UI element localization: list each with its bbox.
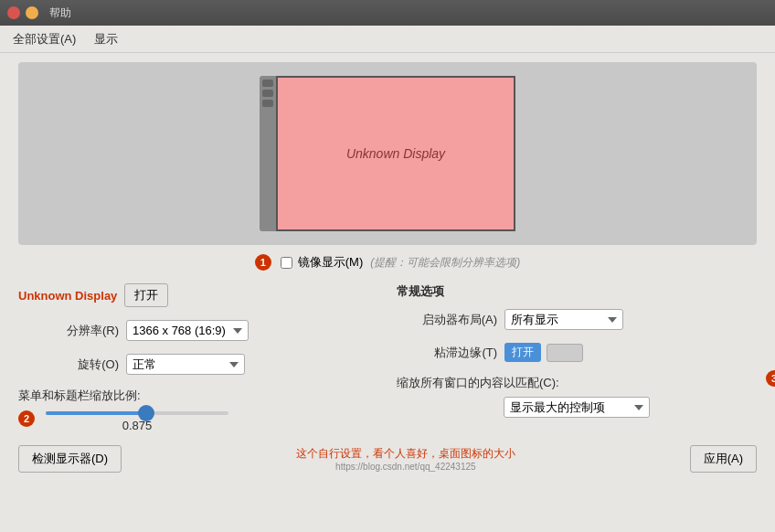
mirror-note: (提醒：可能会限制分辨率选项) — [370, 255, 520, 271]
scale-windows-row: 显示最大的控制项 — [397, 397, 757, 418]
apply-button[interactable]: 应用(A) — [690, 445, 757, 473]
badge-2: 2 — [18, 410, 35, 427]
sticky-toggle: 打开 — [504, 343, 583, 362]
menubar: 全部设置(A) 显示 — [0, 26, 775, 53]
mirror-label: 镜像显示(M) — [298, 254, 364, 271]
badge-1: 1 — [255, 254, 271, 271]
bottom-bar: 检测显示器(D) 这个自行设置，看个人喜好，桌面图标的大小 https://bl… — [18, 445, 757, 473]
close-button[interactable] — [7, 6, 20, 19]
rotation-label: 旋转(O) — [18, 356, 119, 373]
main-window: 帮助 全部设置(A) 显示 Unknown Display 1 — [0, 0, 775, 532]
slider-fill — [46, 411, 146, 415]
sticky-edge-row: 粘滞边缘(T) 打开 — [397, 343, 757, 362]
slider-thumb[interactable] — [138, 405, 154, 421]
launcher-layout-label: 启动器布局(A) — [397, 312, 497, 328]
rotation-row: 旋转(O) 正常 — [18, 354, 378, 375]
slider-area: 0.875 — [46, 404, 228, 432]
badge-3: 3 — [766, 370, 775, 387]
monitor-label: Unknown Display — [346, 146, 445, 161]
scale-windows-select[interactable]: 显示最大的控制项 — [504, 397, 650, 418]
sidebar-dot-1 — [262, 80, 273, 87]
badge-3-wrapper: 3 — [766, 370, 775, 387]
display-name-row: Unknown Display 打开 — [18, 283, 378, 307]
settings-area: Unknown Display 打开 分辨率(R) 1366 x 768 (16… — [18, 283, 757, 442]
launcher-layout-row: 启动器布局(A) 所有显示 — [397, 309, 757, 330]
open-button[interactable]: 打开 — [124, 283, 168, 307]
rotation-select[interactable]: 正常 — [126, 354, 245, 375]
menu-item-display[interactable]: 显示 — [85, 27, 127, 51]
titlebar: 帮助 — [0, 0, 775, 26]
scale-windows-label: 缩放所有窗口的内容以匹配(C): — [397, 376, 559, 389]
scale-label: 菜单和标题栏缩放比例: — [18, 388, 141, 402]
monitor-sidebar — [260, 76, 276, 231]
slider-row: 菜单和标题栏缩放比例: 2 0.875 — [18, 388, 378, 432]
slider-wrapper: 2 0.875 — [18, 404, 378, 432]
sticky-edge-label: 粘滞边缘(T) — [397, 345, 497, 361]
scale-windows-label-row: 缩放所有窗口的内容以匹配(C): — [397, 375, 757, 391]
menu-item-all-settings[interactable]: 全部设置(A) — [4, 27, 85, 51]
settings-right: 常规选项 启动器布局(A) 所有显示 粘滞边缘(T) 打开 — [397, 283, 757, 442]
display-preview-area: Unknown Display — [18, 62, 757, 245]
resolution-label: 分辨率(R) — [18, 323, 119, 339]
titlebar-title: 帮助 — [49, 5, 71, 21]
annotation-text: 这个自行设置，看个人喜好，桌面图标的大小 — [296, 446, 515, 462]
display-name-label: Unknown Display — [18, 289, 117, 303]
launcher-layout-select[interactable]: 所有显示 — [504, 309, 623, 330]
settings-left: Unknown Display 打开 分辨率(R) 1366 x 768 (16… — [18, 283, 378, 442]
resolution-row: 分辨率(R) 1366 x 768 (16:9) — [18, 320, 378, 341]
resolution-select[interactable]: 1366 x 768 (16:9) — [126, 320, 249, 341]
minimize-button[interactable] — [26, 6, 38, 19]
detect-displays-button[interactable]: 检测显示器(D) — [18, 445, 122, 473]
general-options-title: 常规选项 — [397, 283, 757, 300]
sidebar-dot-2 — [262, 90, 273, 97]
mirror-checkbox[interactable] — [281, 257, 292, 269]
annotation-url: https://blog.csdn.net/qq_42243125 — [335, 462, 475, 472]
monitor-outer: Unknown Display — [260, 76, 515, 231]
sticky-toggle-button[interactable]: 打开 — [504, 343, 541, 362]
mirror-row: 1 镜像显示(M) (提醒：可能会限制分辨率选项) — [18, 254, 757, 271]
sticky-toggle-placeholder — [547, 344, 583, 362]
slider-value: 0.875 — [46, 419, 228, 432]
main-content: Unknown Display 1 镜像显示(M) (提醒：可能会限制分辨率选项… — [0, 53, 775, 532]
annotation-area: 这个自行设置，看个人喜好，桌面图标的大小 https://blog.csdn.n… — [122, 446, 690, 472]
sidebar-dot-3 — [262, 100, 273, 107]
mirror-checkbox-wrapper: 镜像显示(M) — [281, 254, 364, 271]
monitor-screen: Unknown Display — [276, 76, 515, 231]
slider-track — [46, 411, 228, 415]
